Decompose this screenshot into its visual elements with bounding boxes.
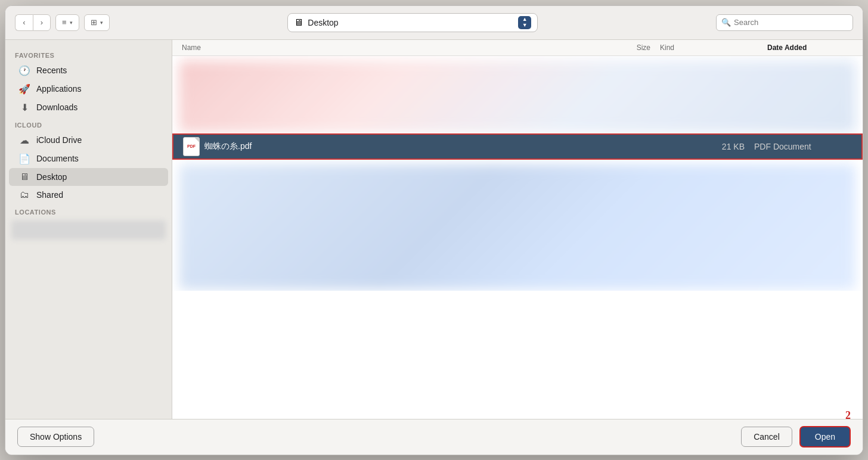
pdf-icon: PDF xyxy=(183,137,200,156)
dialog-body: Favorites 🕐 Recents 🚀 Applications ⬇ Dow… xyxy=(5,40,863,419)
sidebar-recents-label: Recents xyxy=(36,66,67,75)
icloud-drive-icon: ☁ xyxy=(18,135,30,146)
location-bar-left: 🖥 Desktop xyxy=(294,17,338,28)
cancel-button[interactable]: Cancel xyxy=(741,427,792,447)
list-view-button[interactable]: ≡ ▾ xyxy=(55,14,79,31)
pdf-icon-label: PDF xyxy=(187,144,196,148)
sidebar-item-icloud-drive[interactable]: ☁ iCloud Drive xyxy=(9,131,168,150)
sidebar-item-shared[interactable]: 🗂 Shared xyxy=(9,186,168,204)
file-icon: PDF xyxy=(183,137,200,156)
sidebar-desktop-label: Desktop xyxy=(36,172,67,182)
annotation-2: 2 xyxy=(845,409,851,422)
column-headers: Name Size Kind Date Added xyxy=(172,40,863,56)
sidebar-item-desktop[interactable]: 🖥 Desktop xyxy=(9,168,168,186)
bottom-right-buttons: 2 Cancel Open xyxy=(741,426,851,447)
shared-icon: 🗂 xyxy=(18,189,30,200)
bottom-bar: Show Options 2 Cancel Open xyxy=(5,419,863,455)
forward-button[interactable]: › xyxy=(33,14,51,31)
file-size: 21 KB xyxy=(685,142,745,151)
location-name: Desktop xyxy=(308,18,338,27)
open-button[interactable]: Open xyxy=(799,426,851,447)
col-header-date-added: Date Added xyxy=(758,43,853,52)
sidebar-applications-label: Applications xyxy=(36,84,82,94)
sidebar-shared-label: Shared xyxy=(36,190,63,200)
search-input[interactable] xyxy=(734,18,848,27)
grid-view-button[interactable]: ⊞ ▾ xyxy=(84,14,110,31)
search-bar[interactable]: 🔍 xyxy=(716,14,853,31)
back-button[interactable]: ‹ xyxy=(15,14,33,31)
list-view-chevron-icon: ▾ xyxy=(70,20,73,26)
blurred-area-top xyxy=(172,56,863,133)
location-bar[interactable]: 🖥 Desktop ▲▼ xyxy=(287,13,538,32)
documents-icon: 📄 xyxy=(18,153,30,164)
file-list: 1 PDF 蜘蛛の糸.pdf 21 KB PDF Docum xyxy=(172,56,863,419)
file-open-dialog: ‹ › ≡ ▾ ⊞ ▾ 🖥 Desktop ▲▼ xyxy=(5,5,863,455)
desktop-icon: 🖥 xyxy=(18,172,30,182)
downloads-icon: ⬇ xyxy=(18,102,30,113)
forward-icon: › xyxy=(41,18,43,27)
locations-label: Locations xyxy=(5,204,172,218)
sidebar-documents-label: Documents xyxy=(36,154,79,163)
col-header-name: Name xyxy=(182,43,591,52)
icloud-label: iCloud xyxy=(5,117,172,131)
grid-icon: ⊞ xyxy=(91,18,97,27)
recents-icon: 🕐 xyxy=(18,65,30,76)
blurred-area-bottom xyxy=(172,160,863,291)
applications-icon: 🚀 xyxy=(18,83,30,95)
toolbar: ‹ › ≡ ▾ ⊞ ▾ 🖥 Desktop ▲▼ xyxy=(5,6,863,40)
sidebar-item-applications[interactable]: 🚀 Applications xyxy=(9,80,168,98)
list-icon: ≡ xyxy=(62,18,67,27)
sidebar-icloud-label: iCloud Drive xyxy=(36,135,82,145)
sidebar: Favorites 🕐 Recents 🚀 Applications ⬇ Dow… xyxy=(5,40,172,419)
grid-view-chevron-icon: ▾ xyxy=(100,20,103,26)
sidebar-item-documents[interactable]: 📄 Documents xyxy=(9,150,168,168)
search-icon: 🔍 xyxy=(721,18,731,27)
col-header-size: Size xyxy=(591,43,650,52)
stepper-arrows-icon: ▲▼ xyxy=(522,17,528,29)
nav-button-group: ‹ › xyxy=(15,14,51,31)
sidebar-item-downloads[interactable]: ⬇ Downloads xyxy=(9,98,168,117)
main-content: Name Size Kind Date Added 1 xyxy=(172,40,863,419)
back-icon: ‹ xyxy=(23,18,25,27)
location-stepper[interactable]: ▲▼ xyxy=(518,16,531,29)
sidebar-item-recents[interactable]: 🕐 Recents xyxy=(9,61,168,80)
file-name: 蜘蛛の糸.pdf xyxy=(204,141,685,152)
favorites-label: Favorites xyxy=(5,47,172,61)
sidebar-downloads-label: Downloads xyxy=(36,102,78,112)
file-kind: PDF Document xyxy=(745,142,852,151)
location-folder-icon: 🖥 xyxy=(294,17,303,28)
col-header-kind: Kind xyxy=(650,43,758,52)
show-options-button[interactable]: Show Options xyxy=(17,427,94,447)
selected-file-row[interactable]: PDF 蜘蛛の糸.pdf 21 KB PDF Document xyxy=(172,133,863,160)
